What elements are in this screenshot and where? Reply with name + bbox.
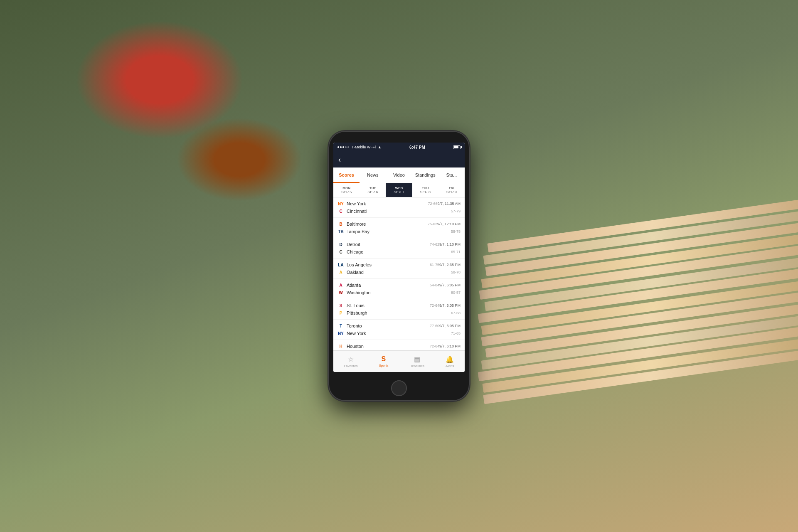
game-matchup[interactable]: B Baltimore 75-62 9/7, 12:10 PM TB Tampa… xyxy=(333,218,465,238)
status-bar-right xyxy=(453,145,461,149)
game-matchup[interactable]: NY New York 72-66 9/7, 11:35 AM C Cincin… xyxy=(333,197,465,218)
team-record: 74-62 xyxy=(430,242,439,246)
team-record: 54-84 xyxy=(430,283,439,287)
phone-screen: T-Mobile Wi-Fi ▲ 6:47 PM ‹ Scores News V… xyxy=(333,143,465,372)
bottom-tab-bar: ☆ Favorites S Sports ▤ Headlines 🔔 Alert… xyxy=(333,350,465,372)
battery-indicator xyxy=(453,145,461,149)
team-record: 80-57 xyxy=(451,291,461,295)
team-record: 65-71 xyxy=(451,250,461,254)
battery-fill xyxy=(454,146,458,148)
team-logo: H xyxy=(337,343,344,350)
date-wed[interactable]: WED SEP 7 xyxy=(386,183,412,197)
game-time: 9/7, 1:10 PM xyxy=(439,242,461,246)
team-record: 71-65 xyxy=(451,331,461,335)
signal-dot-4 xyxy=(345,146,347,148)
signal-dot-2 xyxy=(340,146,342,148)
tab-news[interactable]: News xyxy=(360,167,386,183)
nav-header: ‹ xyxy=(333,152,465,167)
team-logo: D xyxy=(337,241,344,248)
team-record: 58-78 xyxy=(451,229,461,234)
headlines-icon: ▤ xyxy=(414,355,420,363)
game-time: 9/7, 2:35 PM xyxy=(439,263,461,267)
sports-icon: S xyxy=(382,355,386,363)
team-logo: C xyxy=(337,208,344,214)
tabs-row: Scores News Video Standings Sta... xyxy=(333,167,465,183)
team-logo: T xyxy=(337,323,344,329)
game-matchup[interactable]: T Toronto 77-60 9/7, 6:05 PM NY New York… xyxy=(333,320,465,340)
tab-scores[interactable]: Scores xyxy=(333,167,360,183)
team-name: New York xyxy=(347,331,450,336)
home-button[interactable] xyxy=(391,380,407,396)
game-matchup[interactable]: S St. Louis 72-64 9/7, 6:05 PM P Pittsbu… xyxy=(333,299,465,320)
team-name: St. Louis xyxy=(347,303,429,308)
team-name: Toronto xyxy=(347,323,429,328)
carrier-label: T-Mobile Wi-Fi xyxy=(352,145,376,149)
date-mon[interactable]: MON SEP 5 xyxy=(333,183,360,197)
team-name: Houston xyxy=(347,344,429,349)
tab-video[interactable]: Video xyxy=(386,167,412,183)
team-record: 67-68 xyxy=(451,311,461,315)
date-fri[interactable]: FRI SEP 9 xyxy=(438,183,465,197)
phone: T-Mobile Wi-Fi ▲ 6:47 PM ‹ Scores News V… xyxy=(328,131,470,401)
signal-dot-3 xyxy=(342,146,344,148)
team-name: Tampa Bay xyxy=(347,229,450,234)
game-time: 9/7, 6:05 PM xyxy=(439,283,461,287)
game-time: 9/7, 6:05 PM xyxy=(439,303,461,308)
date-thu[interactable]: THU SEP 8 xyxy=(412,183,438,197)
team-logo: NY xyxy=(337,330,344,337)
signal-dot-1 xyxy=(337,146,339,148)
team-logo: TB xyxy=(337,228,344,235)
game-matchup[interactable]: H Houston 72-64 9/7, 6:10 PM C Cleveland… xyxy=(333,340,465,350)
date-tue[interactable]: TUE SEP 6 xyxy=(360,183,386,197)
wood-planks-bg xyxy=(424,220,798,470)
status-bar-left: T-Mobile Wi-Fi ▲ xyxy=(337,145,382,149)
back-button[interactable]: ‹ xyxy=(338,155,341,164)
team-name: New York xyxy=(347,201,426,206)
bottom-tab-headlines[interactable]: ▤ Headlines xyxy=(409,355,424,368)
alerts-icon: 🔔 xyxy=(446,355,454,363)
bottom-tab-alerts[interactable]: 🔔 Alerts xyxy=(446,355,454,368)
team-logo: A xyxy=(337,282,344,288)
game-time: 9/7, 6:05 PM xyxy=(439,324,461,328)
game-matchup[interactable]: A Atlanta 54-84 9/7, 6:05 PM W Washingto… xyxy=(333,279,465,299)
team-logo: B xyxy=(337,221,344,227)
team-name: Los Angeles xyxy=(347,262,429,267)
team-name: Atlanta xyxy=(347,283,429,288)
team-record: 72-64 xyxy=(430,344,439,348)
team-name: Washington xyxy=(347,290,450,295)
team-logo: C xyxy=(337,249,344,255)
team-logo: W xyxy=(337,289,344,296)
team-name: Cincinnati xyxy=(347,209,450,214)
team-name: Oakland xyxy=(347,270,450,275)
team-record: 72-64 xyxy=(430,303,439,308)
team-record: 57-79 xyxy=(451,209,461,213)
game-time: 9/7, 6:10 PM xyxy=(439,344,461,348)
signal-indicator xyxy=(337,146,349,148)
team-name: Chicago xyxy=(347,249,450,254)
team-record: 58-78 xyxy=(451,270,461,274)
team-logo: S xyxy=(337,302,344,309)
tab-standings[interactable]: Standings xyxy=(412,167,438,183)
team-record: 75-62 xyxy=(428,222,437,226)
game-matchup[interactable]: LA Los Angeles 61-75 9/7, 2:35 PM A Oakl… xyxy=(333,259,465,279)
team-record: 72-66 xyxy=(428,202,437,206)
bottom-tab-favorites[interactable]: ☆ Favorites xyxy=(344,355,357,368)
tab-stats[interactable]: Sta... xyxy=(438,167,465,183)
game-time: 9/7, 11:35 AM xyxy=(437,202,461,206)
clock: 6:47 PM xyxy=(409,145,425,150)
team-name: Pittsburgh xyxy=(347,310,450,315)
status-bar: T-Mobile Wi-Fi ▲ 6:47 PM xyxy=(333,143,465,152)
team-logo: A xyxy=(337,269,344,276)
favorites-icon: ☆ xyxy=(348,355,354,363)
team-record: 77-60 xyxy=(430,324,439,328)
scores-list: NY New York 72-66 9/7, 11:35 AM C Cincin… xyxy=(333,197,465,350)
team-logo: LA xyxy=(337,261,344,268)
bottom-tab-sports[interactable]: S Sports xyxy=(379,355,388,367)
team-name: Baltimore xyxy=(347,222,426,227)
game-matchup[interactable]: D Detroit 74-62 9/7, 1:10 PM C Chicago 6… xyxy=(333,238,465,259)
team-name: Detroit xyxy=(347,242,429,247)
signal-dot-5 xyxy=(347,146,349,148)
team-logo: P xyxy=(337,310,344,316)
wifi-icon: ▲ xyxy=(378,145,382,149)
team-logo: NY xyxy=(337,200,344,207)
